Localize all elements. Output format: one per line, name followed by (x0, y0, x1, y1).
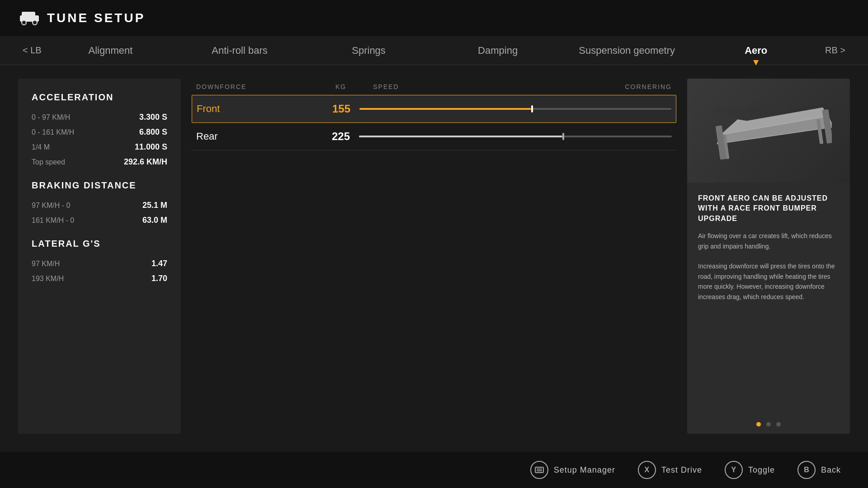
lateral-title: LATERAL G'S (32, 239, 167, 249)
pagination (687, 415, 850, 434)
back-label: Back (821, 465, 841, 475)
dot-3[interactable] (776, 422, 781, 427)
downforce-row-front[interactable]: Front 155 (192, 95, 676, 123)
bottom-bar: Setup Manager X Test Drive Y Toggle B Ba… (0, 452, 868, 488)
test-drive-action[interactable]: X Test Drive (638, 461, 702, 479)
svg-point-3 (33, 20, 37, 25)
stats-row: 193 KM/H 1.70 (32, 271, 167, 286)
back-icon: B (797, 461, 816, 479)
stats-row: 1/4 M 11.000 S (32, 140, 167, 155)
tab-alignment[interactable]: Alignment (46, 36, 175, 65)
stats-row: 97 KM/H - 0 25.1 M (32, 198, 167, 213)
page-title: TUNE SETUP (47, 11, 145, 25)
header: TUNE SETUP (0, 0, 868, 36)
braking-title: BRAKING DISTANCE (32, 180, 167, 191)
toggle-icon: Y (725, 461, 743, 479)
info-image (687, 79, 850, 183)
rear-slider[interactable] (359, 136, 672, 137)
toggle-action[interactable]: Y Toggle (725, 461, 775, 479)
toggle-label: Toggle (748, 465, 775, 475)
setup-manager-icon (530, 461, 548, 479)
front-slider[interactable] (359, 108, 671, 110)
svg-point-2 (22, 20, 26, 25)
tab-aero[interactable]: Aero (691, 36, 821, 65)
stats-row: 161 KM/H - 0 63.0 M (32, 213, 167, 228)
downforce-row-rear[interactable]: Rear 225 (192, 123, 676, 150)
stats-row: 0 - 161 KM/H 6.800 S (32, 125, 167, 140)
nav-right-arrow[interactable]: RB > (821, 45, 850, 56)
dot-2[interactable] (766, 422, 771, 427)
info-panel: FRONT AERO CAN BE ADJUSTED WITH A RACE F… (687, 79, 850, 434)
main-content: ACCELERATION 0 - 97 KM/H 3.300 S 0 - 161… (0, 65, 868, 447)
setup-manager-label: Setup Manager (554, 465, 615, 475)
stats-row: 0 - 97 KM/H 3.300 S (32, 110, 167, 125)
stats-row: 97 KM/H 1.47 (32, 256, 167, 271)
tab-anti-roll[interactable]: Anti-roll bars (175, 36, 304, 65)
setup-manager-action[interactable]: Setup Manager (530, 461, 615, 479)
tab-springs[interactable]: Springs (304, 36, 434, 65)
back-action[interactable]: B Back (797, 461, 841, 479)
tab-damping[interactable]: Damping (433, 36, 562, 65)
nav-tabs: < LB Alignment Anti-roll bars Springs Da… (0, 36, 868, 65)
tab-suspension[interactable]: Suspension geometry (562, 36, 692, 65)
stats-panel: ACCELERATION 0 - 97 KM/H 3.300 S 0 - 161… (18, 79, 181, 434)
downforce-panel: DOWNFORCE KG SPEED CORNERING Front 155 R… (192, 79, 676, 434)
svg-rect-10 (535, 467, 543, 473)
info-text: FRONT AERO CAN BE ADJUSTED WITH A RACE F… (687, 183, 850, 415)
wing-illustration (705, 94, 832, 167)
downforce-header: DOWNFORCE KG SPEED CORNERING (192, 83, 676, 90)
acceleration-title: ACCELERATION (32, 92, 167, 103)
info-desc-1: Air flowing over a car creates lift, whi… (698, 231, 839, 302)
test-drive-label: Test Drive (661, 465, 702, 475)
dot-1[interactable] (756, 422, 761, 427)
stats-row: Top speed 292.6 KM/H (32, 155, 167, 169)
nav-left-arrow[interactable]: < LB (18, 45, 46, 56)
test-drive-icon: X (638, 461, 656, 479)
info-title: FRONT AERO CAN BE ADJUSTED WITH A RACE F… (698, 193, 839, 224)
car-icon (18, 9, 41, 27)
svg-rect-1 (22, 12, 35, 17)
